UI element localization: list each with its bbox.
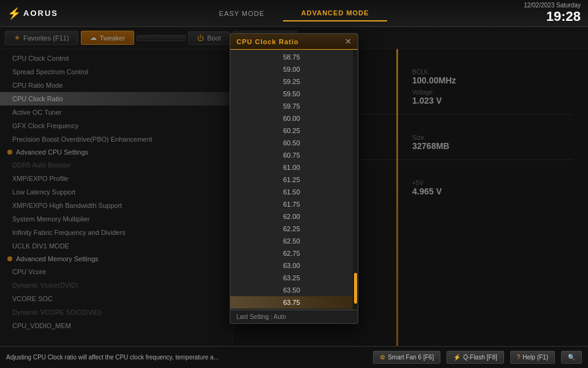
modal-scrollbar-thumb bbox=[354, 273, 357, 304]
cpu-clock-ratio-modal: CPU Clock Ratio ✕ 58.7559.0059.2559.5059… bbox=[230, 33, 358, 324]
modal-value-item[interactable]: 59.50 bbox=[230, 88, 353, 100]
date-text: 12/02/2023 Saturday bbox=[497, 2, 581, 9]
modal-title: CPU Clock Ratio bbox=[236, 38, 299, 45]
modal-value-item[interactable]: 59.75 bbox=[230, 100, 353, 112]
modal-value-item[interactable]: 63.25 bbox=[230, 272, 353, 284]
modal-footer: Last Setting : Auto bbox=[230, 310, 358, 323]
modal-body: 58.7559.0059.2559.5059.7560.0060.2560.50… bbox=[230, 50, 358, 310]
mode-tabs: EASY MODE ADVANCED MODE bbox=[98, 6, 490, 21]
modal-last-setting: Last Setting : Auto bbox=[236, 313, 286, 320]
help-button[interactable]: ? Help (F1) bbox=[510, 351, 555, 364]
time-text: 19:28 bbox=[497, 9, 581, 25]
datetime-area: 12/02/2023 Saturday 19:28 bbox=[490, 2, 588, 25]
modal-value-item[interactable]: 63.50 bbox=[230, 284, 353, 296]
modal-value-item[interactable]: 62.00 bbox=[230, 210, 353, 223]
logo-area: ⚡ AORUS bbox=[0, 7, 98, 20]
aorus-logo-icon: ⚡ bbox=[7, 7, 21, 20]
modal-value-item[interactable]: 62.75 bbox=[230, 247, 353, 259]
modal-value-item[interactable]: 59.00 bbox=[230, 63, 353, 75]
qflash-button[interactable]: ⚡ Q-Flash [F8] bbox=[447, 351, 504, 364]
help-icon: ? bbox=[517, 354, 521, 361]
modal-value-item[interactable]: 59.25 bbox=[230, 75, 353, 88]
logo-text: AORUS bbox=[23, 9, 58, 18]
modal-value-item[interactable]: 61.00 bbox=[230, 161, 353, 174]
modal-value-item[interactable]: 60.50 bbox=[230, 137, 353, 149]
modal-value-item[interactable]: 60.25 bbox=[230, 125, 353, 137]
easy-mode-tab[interactable]: EASY MODE bbox=[201, 6, 283, 21]
modal-value-item[interactable]: 61.25 bbox=[230, 174, 353, 186]
flash-icon: ⚡ bbox=[453, 354, 461, 361]
status-bar: Adjusting CPU Clock ratio will affect th… bbox=[0, 346, 588, 368]
modal-value-item[interactable]: 63.00 bbox=[230, 259, 353, 272]
modal-overlay: CPU Clock Ratio ✕ 58.7559.0059.2559.5059… bbox=[0, 27, 588, 346]
status-text: Adjusting CPU Clock ratio will affect th… bbox=[6, 354, 367, 361]
modal-value-item[interactable]: 58.75 bbox=[230, 51, 353, 63]
modal-value-list[interactable]: 58.7559.0059.2559.5059.7560.0060.2560.50… bbox=[230, 50, 353, 310]
fan-icon: ⚙ bbox=[380, 354, 385, 361]
modal-close-button[interactable]: ✕ bbox=[345, 37, 352, 45]
search-button[interactable]: 🔍 bbox=[561, 351, 582, 364]
search-icon: 🔍 bbox=[568, 354, 575, 361]
modal-value-item[interactable]: 63.75 bbox=[230, 296, 353, 309]
modal-value-item[interactable]: 61.50 bbox=[230, 186, 353, 198]
modal-header: CPU Clock Ratio ✕ bbox=[230, 34, 358, 50]
modal-value-item[interactable]: 60.75 bbox=[230, 149, 353, 161]
header: ⚡ AORUS EASY MODE ADVANCED MODE 12/02/20… bbox=[0, 0, 588, 27]
modal-value-item[interactable]: 62.25 bbox=[230, 223, 353, 235]
modal-scrollbar[interactable] bbox=[353, 50, 358, 310]
modal-value-item[interactable]: 61.75 bbox=[230, 198, 353, 210]
modal-value-item[interactable]: 60.00 bbox=[230, 112, 353, 125]
smart-fan-button[interactable]: ⚙ Smart Fan 6 [F6] bbox=[373, 351, 440, 364]
modal-value-item[interactable]: 62.50 bbox=[230, 235, 353, 247]
advanced-mode-tab[interactable]: ADVANCED MODE bbox=[283, 6, 388, 21]
